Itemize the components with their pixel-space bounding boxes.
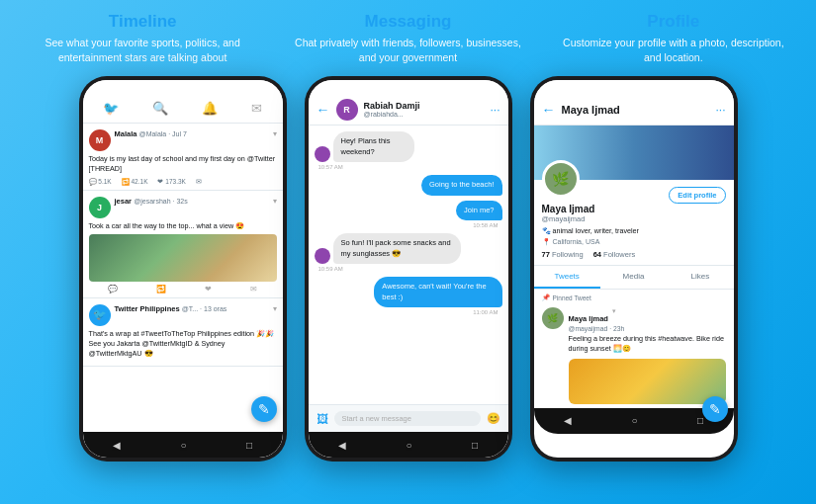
home-button-timeline[interactable]: ○ xyxy=(180,440,186,451)
profile-bio: 🐾 animal lover, writer, traveler xyxy=(542,226,726,235)
following-count: 77 xyxy=(542,250,550,259)
followers-count: 64 xyxy=(593,250,601,259)
msg-2-bubble: Going to the beach! xyxy=(421,175,501,196)
back-button-msg[interactable]: ◀ xyxy=(338,440,346,451)
bell-icon[interactable]: 🔔 xyxy=(202,101,218,116)
tweet-1: M Malala @Malala · Jul 7 ▾ Today is my l… xyxy=(83,124,283,190)
messaging-phone: ← R Rabiah Damji @rabiahda... ··· Hey! P… xyxy=(305,76,512,462)
msg-3-bubble: Join me? xyxy=(456,201,501,221)
tweet-3: 🐦 Twitter Philippines @T... · 13 oras ▾ … xyxy=(83,298,283,367)
back-button-timeline[interactable]: ◀ xyxy=(113,440,121,451)
features-header: Timeline See what your favorite sports, … xyxy=(10,12,806,64)
tweet-3-handle: @T... · 13 oras xyxy=(182,305,227,312)
msg-input-field[interactable]: Start a new message xyxy=(334,411,481,426)
profile-phone: ← Maya Ijmad ··· 🌿 Edit profile Maya Ijm… xyxy=(530,76,738,462)
pinned-label: 📌 Pinned Tweet xyxy=(534,290,734,303)
msg-4-wrap: So fun! I'll pack some snacks and my sun… xyxy=(315,233,502,272)
profile-back-button[interactable]: ← xyxy=(542,102,556,118)
twitter-home-icon[interactable]: 🐦 xyxy=(103,101,119,116)
msg-2-wrap: Going to the beach! xyxy=(315,175,502,196)
profile-banner: 🌿 Edit profile xyxy=(534,126,734,180)
tweet-2-text: Took a car all the way to the top... wha… xyxy=(89,221,277,231)
back-button-profile[interactable]: ◀ xyxy=(564,415,572,426)
feature-messaging: Messaging Chat privately with friends, f… xyxy=(289,12,526,64)
profile-stats: 77 Following 64 Followers xyxy=(542,250,726,259)
profile-header-name: Maya Ijmad xyxy=(562,104,710,116)
feature-profile: Profile Customize your profile with a ph… xyxy=(555,12,792,64)
profile-desc: Customize your profile with a photo, des… xyxy=(555,36,792,64)
compose-fab[interactable]: ✎ xyxy=(251,396,277,422)
timeline-scroll[interactable]: M Malala @Malala · Jul 7 ▾ Today is my l… xyxy=(83,124,283,432)
msg-more-icon[interactable]: ··· xyxy=(490,103,499,117)
edit-profile-button[interactable]: Edit profile xyxy=(669,187,725,204)
jesar-avatar: J xyxy=(89,197,111,218)
status-bar-msg xyxy=(309,80,508,94)
tweet-1-handle: @Malala · Jul 7 xyxy=(139,130,187,137)
pinned-avatar: 🌿 xyxy=(542,307,564,329)
tweet-1-text: Today is my last day of school and my fi… xyxy=(89,154,277,174)
msg-3-time: 10:58 AM xyxy=(469,222,501,228)
msg-5-bubble: Awesome, can't wait! You're the best :) xyxy=(374,277,501,307)
tweet-2: J jesar @jesarshah · 32s ▾ Took a car al… xyxy=(83,191,283,298)
timeline-phone: 🐦 🔍 🔔 ✉ M Malala @Malala · Jul 7 ▾ xyxy=(79,76,287,462)
square-button-msg[interactable]: □ xyxy=(472,440,478,451)
profile-handle: @mayaijmad xyxy=(542,214,726,223)
attach-icon[interactable]: 🖼 xyxy=(317,412,328,426)
msg-4-time: 10:59 AM xyxy=(315,266,347,272)
pinned-tweet: 🌿 Maya Ijmad ▾ @mayaijmad · 23h Feeling … xyxy=(534,303,734,407)
nav-bottom-timeline: ◀ ○ □ xyxy=(83,432,283,458)
pinned-meta: @mayaijmad · 23h xyxy=(569,325,726,332)
twitter-ph-avatar: 🐦 xyxy=(89,304,111,326)
profile-compose-fab[interactable]: ✎ xyxy=(702,396,728,422)
msg-input-bar[interactable]: 🖼 Start a new message 😊 xyxy=(309,404,508,432)
tweet-1-stats: 💬 5.1K 🔁 42.1K ❤ 173.3K ✉ xyxy=(89,178,277,186)
feature-timeline: Timeline See what your favorite sports, … xyxy=(24,12,261,64)
msg-4-bubble: So fun! I'll pack some snacks and my sun… xyxy=(333,233,461,264)
msg-contact-avatar: R xyxy=(336,99,358,121)
tweet-1-name: Malala xyxy=(115,129,137,138)
home-button-msg[interactable]: ○ xyxy=(406,440,411,451)
tab-media[interactable]: Media xyxy=(600,266,667,289)
status-bar-timeline xyxy=(83,80,283,94)
phones-row: 🐦 🔍 🔔 ✉ M Malala @Malala · Jul 7 ▾ xyxy=(10,76,806,462)
profile-tabs: Tweets Media Likes xyxy=(534,266,734,290)
timeline-title: Timeline xyxy=(109,12,177,32)
emoji-icon[interactable]: 😊 xyxy=(487,412,500,425)
profile-avatar: 🌿 xyxy=(542,160,580,198)
tweet-3-text: That's a wrap at #TweetToTheTop Philippi… xyxy=(89,329,277,359)
messaging-title: Messaging xyxy=(365,12,452,32)
tweet-2-actions: 💬🔁❤✉ xyxy=(89,285,277,294)
tweet-3-name: Twitter Philippines xyxy=(115,304,180,313)
nav-bottom-msg: ◀ ○ □ xyxy=(309,432,508,458)
msg-1-time: 10:57 AM xyxy=(315,164,347,170)
msg-1-bubble: Hey! Plans this weekend? xyxy=(333,131,414,162)
timeline-nav: 🐦 🔍 🔔 ✉ xyxy=(83,94,283,124)
messages-area[interactable]: Hey! Plans this weekend? 10:57 AM Going … xyxy=(309,126,508,404)
msg-contact-handle: @rabiahda... xyxy=(364,111,485,118)
msg-contact-name: Rabiah Damji xyxy=(364,101,485,111)
profile-avatar-wrap: 🌿 xyxy=(542,160,580,198)
status-bar-profile xyxy=(534,80,734,94)
timeline-desc: See what your favorite sports, politics,… xyxy=(24,36,261,64)
tweet-2-image xyxy=(89,234,277,282)
pinned-tweet-content: Maya Ijmad ▾ @mayaijmad · 23h Feeling a … xyxy=(569,307,726,403)
profile-name: Maya Ijmad xyxy=(542,204,726,214)
tab-tweets[interactable]: Tweets xyxy=(534,266,600,289)
square-button-timeline[interactable]: □ xyxy=(246,440,252,451)
msg-header: ← R Rabiah Damji @rabiahda... ··· xyxy=(309,94,508,126)
profile-title: Profile xyxy=(647,12,699,32)
pinned-text: Feeling a breeze during this #heatwave. … xyxy=(569,334,726,354)
search-icon[interactable]: 🔍 xyxy=(152,101,168,116)
msg-back-button[interactable]: ← xyxy=(317,102,330,118)
pinned-tweet-image xyxy=(569,359,726,404)
messaging-desc: Chat privately with friends, followers, … xyxy=(289,36,526,64)
home-button-profile[interactable]: ○ xyxy=(631,415,637,426)
mail-icon[interactable]: ✉ xyxy=(251,101,262,116)
profile-location: 📍 California, USA xyxy=(542,238,726,246)
msg-5-time: 11:00 AM xyxy=(469,309,501,315)
msg-5-wrap: Awesome, can't wait! You're the best :) … xyxy=(315,277,502,315)
square-button-profile[interactable]: □ xyxy=(697,415,703,426)
tab-likes[interactable]: Likes xyxy=(667,266,733,289)
pinned-name: Maya Ijmad xyxy=(569,314,608,323)
profile-more-icon[interactable]: ··· xyxy=(715,103,725,117)
